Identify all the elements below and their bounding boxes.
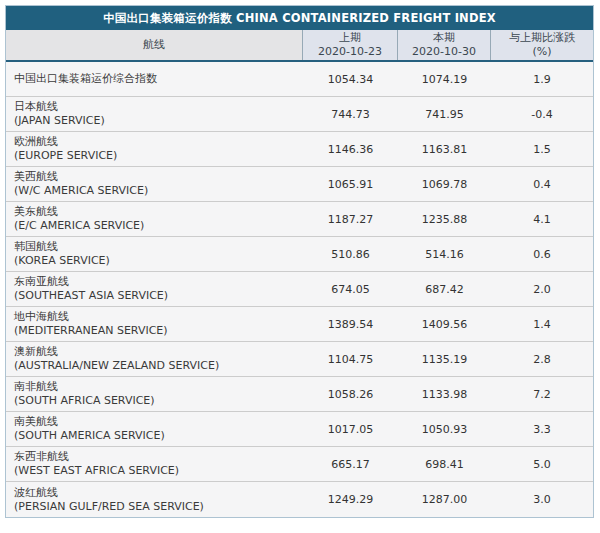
route-cell: 美东航线 (E/C AMERICA SERVICE)	[6, 202, 303, 236]
current-period-value: 514.16	[398, 237, 491, 271]
route-name-en: (SOUTHEAST ASIA SERVICE)	[14, 289, 297, 303]
route-cell: 波红航线 (PERSIAN GULF/RED SEA SERVICE)	[6, 482, 303, 517]
route-name-en: (SOUTH AFRICA SERVICE)	[14, 394, 297, 408]
route-name-en: (AUSTRALIA/NEW ZEALAND SERVICE)	[14, 359, 297, 373]
route-cell: 欧洲航线 (EUROPE SERVICE)	[6, 132, 303, 166]
route-name-en: (W/C AMERICA SERVICE)	[14, 184, 297, 198]
change-percent-value: 3.3	[491, 412, 593, 446]
route-name-en: (EUROPE SERVICE)	[14, 149, 297, 163]
route-name-cn: 中国出口集装箱运价综合指数	[14, 72, 297, 86]
route-name-cn: 美东航线	[14, 205, 297, 219]
route-name-cn: 美西航线	[14, 170, 297, 184]
table-row: 美西航线 (W/C AMERICA SERVICE) 1065.91 1069.…	[6, 167, 593, 202]
route-name-en: (SOUTH AMERICA SERVICE)	[14, 429, 297, 443]
previous-period-value: 1104.75	[303, 342, 398, 376]
route-name-cn: 南非航线	[14, 380, 297, 394]
previous-period-value: 1058.26	[303, 377, 398, 411]
previous-period-value: 1187.27	[303, 202, 398, 236]
route-name-cn: 波红航线	[14, 486, 297, 500]
change-percent-value: 1.5	[491, 132, 593, 166]
column-header-previous-period: 上期 2020-10-23	[303, 30, 398, 60]
table-row: 中国出口集装箱运价综合指数 1054.34 1074.19 1.9	[6, 62, 593, 97]
change-percent-value: 7.2	[491, 377, 593, 411]
current-period-value: 1163.81	[398, 132, 491, 166]
table-header-row: 航线 上期 2020-10-23 本期 2020-10-30 与上期比涨跌 (%…	[6, 30, 593, 62]
change-unit-label: (%)	[532, 45, 551, 59]
current-period-value: 741.95	[398, 97, 491, 131]
route-name-en: (WEST EAST AFRICA SERVICE)	[14, 464, 297, 478]
table-row: 地中海航线 (MEDITERRANEAN SERVICE) 1389.54 14…	[6, 307, 593, 342]
table-row: 东西非航线 (WEST EAST AFRICA SERVICE) 665.17 …	[6, 447, 593, 482]
route-cell: 澳新航线 (AUSTRALIA/NEW ZEALAND SERVICE)	[6, 342, 303, 376]
table-row: 欧洲航线 (EUROPE SERVICE) 1146.36 1163.81 1.…	[6, 132, 593, 167]
column-header-change: 与上期比涨跌 (%)	[491, 30, 593, 60]
route-name-en: (PERSIAN GULF/RED SEA SERVICE)	[14, 500, 297, 514]
route-name-cn: 欧洲航线	[14, 135, 297, 149]
previous-period-value: 665.17	[303, 447, 398, 481]
previous-period-value: 1146.36	[303, 132, 398, 166]
current-period-value: 1235.88	[398, 202, 491, 236]
route-cell: 南非航线 (SOUTH AFRICA SERVICE)	[6, 377, 303, 411]
table-title: 中国出口集装箱运价指数 CHINA CONTAINERIZED FREIGHT …	[6, 6, 593, 30]
previous-period-value: 744.73	[303, 97, 398, 131]
column-header-current-period: 本期 2020-10-30	[398, 30, 491, 60]
table-row: 澳新航线 (AUSTRALIA/NEW ZEALAND SERVICE) 110…	[6, 342, 593, 377]
current-period-value: 1409.56	[398, 307, 491, 341]
route-cell: 中国出口集装箱运价综合指数	[6, 62, 303, 96]
current-period-date: 2020-10-30	[412, 45, 476, 59]
change-percent-value: -0.4	[491, 97, 593, 131]
table-row: 东南亚航线 (SOUTHEAST ASIA SERVICE) 674.05 68…	[6, 272, 593, 307]
current-period-value: 1287.00	[398, 482, 491, 517]
route-name-cn: 韩国航线	[14, 240, 297, 254]
route-cell: 韩国航线 (KOREA SERVICE)	[6, 237, 303, 271]
column-header-route: 航线	[6, 30, 303, 60]
change-percent-value: 0.6	[491, 237, 593, 271]
route-cell: 东西非航线 (WEST EAST AFRICA SERVICE)	[6, 447, 303, 481]
route-name-cn: 地中海航线	[14, 310, 297, 324]
current-period-value: 698.41	[398, 447, 491, 481]
current-period-value: 1069.78	[398, 167, 491, 201]
change-label: 与上期比涨跌	[509, 31, 575, 45]
previous-period-date: 2020-10-23	[318, 45, 382, 59]
route-name-en: (KOREA SERVICE)	[14, 254, 297, 268]
route-name-en: (JAPAN SERVICE)	[14, 114, 297, 128]
route-name-cn: 东南亚航线	[14, 275, 297, 289]
previous-period-label: 上期	[339, 31, 361, 45]
route-name-cn: 南美航线	[14, 415, 297, 429]
previous-period-value: 1054.34	[303, 62, 398, 96]
route-cell: 美西航线 (W/C AMERICA SERVICE)	[6, 167, 303, 201]
current-period-label: 本期	[433, 31, 455, 45]
change-percent-value: 2.8	[491, 342, 593, 376]
route-name-en: (MEDITERRANEAN SERVICE)	[14, 324, 297, 338]
current-period-value: 1074.19	[398, 62, 491, 96]
previous-period-value: 1017.05	[303, 412, 398, 446]
previous-period-value: 510.86	[303, 237, 398, 271]
route-cell: 南美航线 (SOUTH AMERICA SERVICE)	[6, 412, 303, 446]
table-row: 南非航线 (SOUTH AFRICA SERVICE) 1058.26 1133…	[6, 377, 593, 412]
route-name-en: (E/C AMERICA SERVICE)	[14, 219, 297, 233]
route-header-label: 航线	[143, 38, 165, 52]
route-name-cn: 日本航线	[14, 100, 297, 114]
previous-period-value: 1249.29	[303, 482, 398, 517]
route-cell: 东南亚航线 (SOUTHEAST ASIA SERVICE)	[6, 272, 303, 306]
table-row: 南美航线 (SOUTH AMERICA SERVICE) 1017.05 105…	[6, 412, 593, 447]
current-period-value: 1133.98	[398, 377, 491, 411]
route-cell: 日本航线 (JAPAN SERVICE)	[6, 97, 303, 131]
change-percent-value: 0.4	[491, 167, 593, 201]
freight-index-page: 中国出口集装箱运价指数 CHINA CONTAINERIZED FREIGHT …	[0, 0, 600, 533]
table-row: 韩国航线 (KOREA SERVICE) 510.86 514.16 0.6	[6, 237, 593, 272]
table-row: 美东航线 (E/C AMERICA SERVICE) 1187.27 1235.…	[6, 202, 593, 237]
freight-index-table: 中国出口集装箱运价指数 CHINA CONTAINERIZED FREIGHT …	[5, 5, 594, 518]
table-body: 中国出口集装箱运价综合指数 1054.34 1074.19 1.9 日本航线 (…	[6, 62, 593, 517]
previous-period-value: 674.05	[303, 272, 398, 306]
current-period-value: 687.42	[398, 272, 491, 306]
change-percent-value: 3.0	[491, 482, 593, 517]
previous-period-value: 1389.54	[303, 307, 398, 341]
change-percent-value: 1.4	[491, 307, 593, 341]
route-name-cn: 澳新航线	[14, 345, 297, 359]
previous-period-value: 1065.91	[303, 167, 398, 201]
change-percent-value: 2.0	[491, 272, 593, 306]
route-name-cn: 东西非航线	[14, 450, 297, 464]
current-period-value: 1135.19	[398, 342, 491, 376]
current-period-value: 1050.93	[398, 412, 491, 446]
